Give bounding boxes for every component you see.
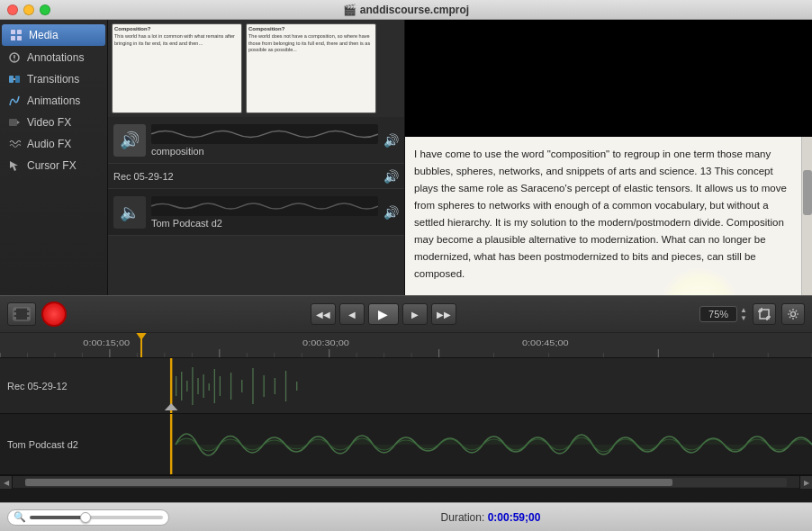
thumbnails-row: Composition? This world has a lot in com… — [108, 20, 404, 117]
preview-text: I have come to use the word "composition… — [414, 148, 787, 279]
rec-label-row: Rec 05-29-12 🔊 — [108, 164, 404, 189]
window-title: anddiscourse.cmproj — [360, 4, 469, 16]
svg-rect-16 — [14, 317, 16, 320]
svg-rect-60 — [214, 369, 215, 403]
sidebar-label-animations: Animations — [27, 94, 80, 107]
timeline-scrollbar[interactable] — [25, 478, 787, 487]
sidebar-item-cursorfx[interactable]: Cursor FX — [0, 155, 107, 176]
svg-rect-63 — [241, 380, 242, 392]
svg-rect-17 — [27, 308, 30, 310]
zoom-stepper[interactable]: ▲ ▼ — [740, 307, 747, 322]
scroll-left-arrow[interactable]: ◀ — [0, 476, 13, 489]
search-box[interactable]: 🔍 — [7, 509, 169, 526]
sidebar-label-transitions: Transitions — [27, 73, 79, 86]
svg-rect-7 — [9, 76, 14, 83]
svg-rect-56 — [192, 367, 193, 405]
volume-icon-1[interactable]: 🔊 — [383, 133, 399, 148]
svg-rect-68 — [296, 382, 297, 391]
ruler-ticks: 0:00:15;00 0:00:30;00 0:00:45;00 — [0, 333, 812, 357]
svg-rect-53 — [176, 376, 176, 396]
record-button[interactable] — [41, 302, 67, 327]
transport-right-controls: 75% ▲ ▼ — [699, 303, 805, 325]
waveform-2 — [151, 196, 378, 216]
animations-icon — [7, 94, 22, 107]
playhead[interactable]: 0:00:21;24 — [140, 333, 142, 357]
status-text: Duration: 0:00:59;00 — [176, 511, 805, 524]
svg-rect-62 — [230, 373, 231, 400]
svg-rect-59 — [209, 383, 210, 391]
next-frame-button[interactable]: ▶ — [402, 303, 428, 325]
track1: Rec 05-29-12 — [0, 358, 812, 414]
minimize-button[interactable] — [23, 4, 34, 15]
svg-rect-3 — [17, 36, 22, 40]
sidebar-item-transitions[interactable]: Transitions — [0, 68, 107, 90]
video-preview-top — [405, 20, 812, 137]
close-button[interactable] — [7, 4, 18, 15]
timeline-scrollbar-thumb[interactable] — [25, 479, 672, 486]
film-clip-button[interactable] — [7, 302, 36, 326]
svg-rect-65 — [264, 375, 265, 397]
sidebar-label-cursorfx: Cursor FX — [27, 159, 77, 172]
svg-marker-70 — [165, 403, 178, 410]
maximize-button[interactable] — [40, 4, 50, 15]
thumbnail-rec[interactable]: Composition? The world does not have a c… — [246, 23, 376, 113]
svg-rect-14 — [14, 308, 16, 310]
track1-waveform — [0, 358, 812, 413]
sidebar-item-annotations[interactable]: Annotations — [0, 47, 107, 68]
audio-icon-2: 🔈 — [113, 196, 146, 229]
crop-button[interactable] — [753, 303, 776, 325]
rewind-button[interactable]: ◀◀ — [311, 303, 336, 325]
svg-rect-2 — [11, 36, 15, 40]
statusbar: 🔍 Duration: 0:00:59;00 — [0, 502, 812, 531]
duration-label: Duration: — [441, 511, 485, 524]
search-icon: 🔍 — [14, 511, 26, 523]
text-scrollbar-thumb[interactable] — [803, 170, 812, 215]
svg-rect-18 — [27, 312, 30, 315]
svg-rect-57 — [197, 378, 198, 394]
svg-rect-19 — [27, 317, 30, 320]
audio-clip-1: 🔊 composition 🔊 — [108, 117, 404, 164]
svg-rect-10 — [9, 119, 17, 126]
transport-bar: ◀◀ ◀ ▶ ▶ ▶▶ 75% ▲ ▼ — [0, 295, 812, 333]
svg-rect-64 — [252, 368, 253, 404]
volume-icon-2[interactable]: 🔊 — [383, 205, 399, 220]
fast-forward-button[interactable]: ▶▶ — [431, 303, 456, 325]
timeline: 0:00:15;00 0:00:30;00 0:00:45;00 0:00:21… — [0, 333, 812, 502]
sidebar-item-audiofx[interactable]: Audio FX — [0, 133, 107, 155]
waveform-1 — [151, 124, 378, 144]
sidebar-item-media[interactable]: Media — [2, 24, 105, 46]
videofx-icon — [7, 116, 22, 129]
audio-icon-1: 🔊 — [113, 124, 146, 157]
audio-label-1: composition — [151, 146, 378, 157]
svg-text:0:00:45;00: 0:00:45;00 — [522, 338, 569, 347]
sidebar-item-animations[interactable]: Animations — [0, 90, 107, 112]
prev-frame-button[interactable]: ◀ — [339, 303, 365, 325]
window-icon: 🎬 — [343, 4, 356, 16]
svg-rect-67 — [285, 371, 286, 401]
cursorfx-icon — [7, 159, 22, 172]
scroll-right-arrow[interactable]: ▶ — [799, 476, 812, 489]
sidebar-label-media: Media — [29, 29, 59, 41]
svg-rect-0 — [11, 30, 15, 34]
timeline-scrollbar-row: ◀ ▶ — [0, 475, 812, 488]
volume-icon-rec[interactable]: 🔊 — [383, 169, 399, 184]
play-button[interactable]: ▶ — [368, 303, 399, 325]
track2-label: Tom Podcast d2 — [7, 439, 78, 450]
zoom-slider[interactable] — [30, 516, 163, 519]
svg-marker-11 — [17, 121, 20, 124]
svg-rect-15 — [14, 312, 16, 315]
sidebar-label-annotations: Annotations — [27, 51, 84, 64]
titlebar: 🎬 anddiscourse.cmproj — [0, 0, 812, 20]
rec-label: Rec 05-29-12 — [113, 171, 174, 182]
svg-text:0:00:15;00: 0:00:15;00 — [83, 338, 130, 347]
settings-button[interactable] — [781, 303, 805, 325]
svg-rect-8 — [15, 76, 20, 83]
window-buttons — [7, 4, 50, 15]
svg-rect-55 — [186, 381, 187, 392]
sidebar-item-videofx[interactable]: Video FX — [0, 112, 107, 133]
thumbnail-composition[interactable]: Composition? This world has a lot in com… — [112, 23, 242, 113]
audio-label-2: Tom Podcast d2 — [151, 218, 378, 229]
zoom-slider-thumb[interactable] — [80, 512, 91, 523]
timeline-ruler: 0:00:15;00 0:00:30;00 0:00:45;00 0:00:21… — [0, 333, 812, 358]
audiofx-icon — [7, 138, 22, 150]
